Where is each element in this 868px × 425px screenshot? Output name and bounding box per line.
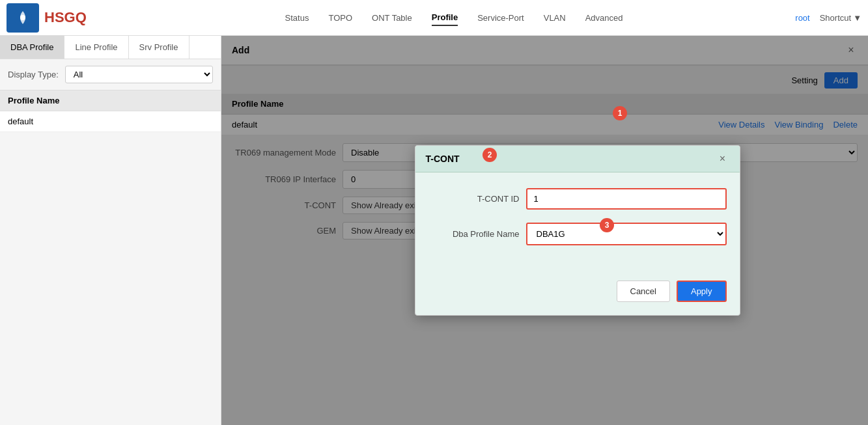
left-sidebar: DBA Profile Line Profile Srv Profile Dis… <box>0 36 221 425</box>
right-content: Add × Setting Add Profile Name default V… <box>221 36 868 425</box>
dba-profile-row: Dba Profile Name DBA1G <box>428 223 727 245</box>
logo-text: HSGQ <box>44 9 87 26</box>
tcont-id-row: T-CONT ID <box>428 188 727 210</box>
nav-vlan[interactable]: VLAN <box>544 10 566 25</box>
sidebar-table-header: Profile Name <box>0 90 221 111</box>
nav-service-port[interactable]: Service-Port <box>477 10 524 25</box>
tab-bar: DBA Profile Line Profile Srv Profile <box>0 36 221 59</box>
modal-footer: Cancel Apply <box>415 274 740 315</box>
svg-point-1 <box>20 15 25 20</box>
display-type-select[interactable]: All <box>65 66 213 83</box>
nav-profile[interactable]: Profile <box>432 10 458 26</box>
cancel-button[interactable]: Cancel <box>617 281 670 302</box>
nav-ont-table[interactable]: ONT Table <box>372 10 412 25</box>
logo-icon <box>7 3 39 33</box>
modal-body: T-CONT ID Dba Profile Name DBA1G <box>415 172 740 274</box>
apply-button[interactable]: Apply <box>677 281 727 302</box>
modal-close-button[interactable]: × <box>716 152 729 165</box>
tab-dba-profile[interactable]: DBA Profile <box>0 36 64 59</box>
dba-profile-select[interactable]: DBA1G <box>526 223 727 245</box>
display-type-row: Display Type: All <box>0 59 221 90</box>
tcont-id-label: T-CONT ID <box>428 194 520 204</box>
tab-srv-profile[interactable]: Srv Profile <box>129 36 189 59</box>
nav-topo[interactable]: TOPO <box>328 10 352 25</box>
nav-shortcut[interactable]: Shortcut ▼ <box>820 13 861 23</box>
modal-header: T-CONT × <box>415 146 740 172</box>
nav-user: root <box>795 13 809 23</box>
tcont-modal: T-CONT × T-CONT ID Dba Profile Name DBA1… <box>415 145 740 316</box>
nav-status[interactable]: Status <box>285 10 309 25</box>
tab-line-profile[interactable]: Line Profile <box>64 36 128 59</box>
tcont-id-input[interactable] <box>526 188 727 210</box>
dba-profile-label: Dba Profile Name <box>428 229 520 239</box>
logo-area: HSGQ <box>7 3 87 33</box>
nav-advanced[interactable]: Advanced <box>585 10 623 25</box>
step-badge-2: 2 <box>483 148 497 162</box>
step-badge-3: 3 <box>600 218 614 232</box>
sidebar-row-default[interactable]: default <box>0 111 221 132</box>
main-area: DBA Profile Line Profile Srv Profile Dis… <box>0 36 868 425</box>
top-nav: HSGQ Status TOPO ONT Table Profile Servi… <box>0 0 868 36</box>
nav-links: Status TOPO ONT Table Profile Service-Po… <box>113 10 796 26</box>
nav-right: root Shortcut ▼ <box>795 13 861 23</box>
modal-title: T-CONT <box>426 154 460 164</box>
display-type-label: Display Type: <box>8 70 59 79</box>
step-badge-1: 1 <box>613 106 627 120</box>
